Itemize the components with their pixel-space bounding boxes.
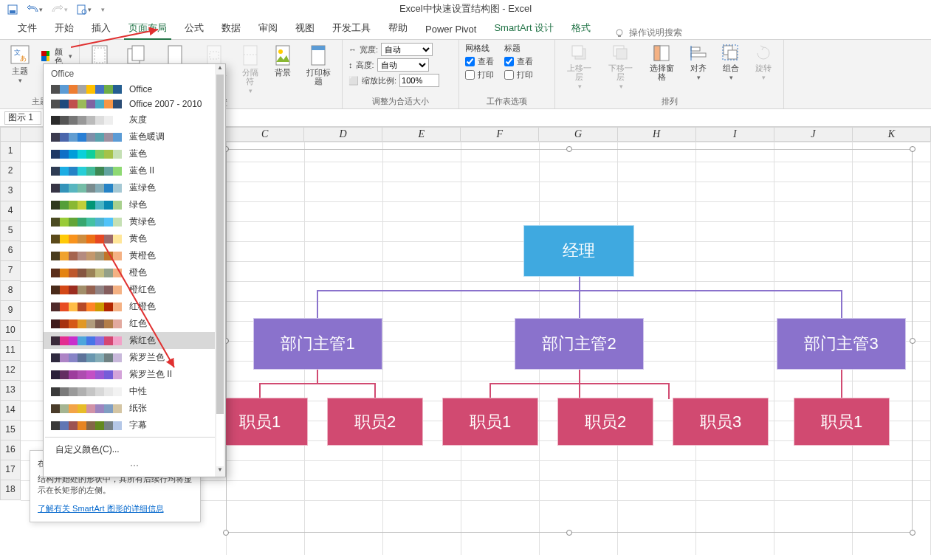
resize-handle[interactable]	[223, 530, 229, 536]
resize-handle[interactable]	[910, 146, 915, 152]
color-scheme-item[interactable]: 黄橙色	[44, 247, 225, 264]
send-backward-button[interactable]: 下移一层▾	[602, 43, 639, 91]
bring-forward-button[interactable]: 上移一层▾	[561, 43, 598, 91]
row-header[interactable]: 10	[0, 321, 21, 341]
color-scheme-item[interactable]: 黄色	[44, 230, 225, 247]
qat-undo[interactable]: ▾	[24, 3, 46, 16]
rotate-button[interactable]: 旋转▾	[749, 43, 777, 83]
org-node-staff[interactable]: 职员1	[442, 398, 538, 446]
col-header[interactable]: J	[774, 127, 853, 142]
tab-review[interactable]: 审阅	[250, 18, 286, 39]
row-header[interactable]: 5	[0, 221, 21, 241]
print-titles-button[interactable]: 打印标题	[301, 43, 336, 87]
col-header[interactable]: K	[853, 127, 931, 142]
color-scheme-item[interactable]: Office	[44, 82, 225, 97]
color-scheme-item[interactable]: 字幕	[44, 417, 225, 434]
qat-preview[interactable]: ▾	[74, 3, 95, 16]
row-header[interactable]: 4	[0, 201, 21, 221]
row-header[interactable]: 15	[0, 421, 21, 440]
color-scheme-item[interactable]: 紫罗兰色	[44, 349, 225, 366]
row-header[interactable]: 6	[0, 241, 21, 261]
tab-formulas[interactable]: 公式	[176, 18, 213, 39]
resize-handle[interactable]	[566, 146, 572, 152]
resize-handle[interactable]	[910, 530, 915, 536]
color-scheme-item[interactable]: 黄绿色	[44, 213, 225, 230]
org-node-supervisor-3[interactable]: 部门主管3	[777, 318, 906, 370]
row-header[interactable]: 9	[0, 301, 21, 321]
org-node-staff[interactable]: 职员3	[673, 398, 769, 446]
background-button[interactable]: 背景	[269, 43, 297, 78]
color-scheme-item[interactable]: Office 2007 - 2010	[44, 97, 225, 111]
select-all-corner[interactable]	[0, 127, 21, 142]
row-header[interactable]: 2	[0, 162, 21, 182]
org-node-staff[interactable]: 职员1	[794, 398, 890, 446]
row-header[interactable]: 7	[0, 261, 21, 281]
height-select[interactable]: 自动	[377, 58, 429, 72]
tab-file[interactable]: 文件	[9, 18, 46, 39]
tab-format[interactable]: 格式	[563, 18, 600, 39]
gridlines-print-check[interactable]: 打印	[465, 69, 494, 80]
org-node-manager[interactable]: 经理	[523, 225, 634, 277]
col-header[interactable]: C	[226, 127, 304, 142]
org-node-staff[interactable]: 职员1	[212, 398, 308, 446]
row-header[interactable]: 13	[0, 381, 21, 401]
width-select[interactable]: 自动	[381, 43, 433, 56]
row-header[interactable]: 18	[0, 480, 21, 500]
color-scheme-item[interactable]: 蓝色暖调	[44, 128, 225, 145]
breaks-button[interactable]: 分隔符▾	[236, 43, 264, 96]
custom-colors-item[interactable]: 自定义颜色(C)...	[44, 440, 225, 459]
align-button[interactable]: 对齐▾	[684, 43, 712, 83]
color-scheme-item[interactable]: 红橙色	[44, 298, 225, 315]
group-button[interactable]: 组合▾	[717, 43, 745, 83]
tab-help[interactable]: 帮助	[379, 18, 416, 39]
resize-handle[interactable]	[910, 338, 915, 344]
tab-home[interactable]: 开始	[46, 18, 83, 39]
org-node-supervisor-2[interactable]: 部门主管2	[515, 318, 644, 370]
color-scheme-item[interactable]: 灰度	[44, 111, 225, 128]
headings-view-check[interactable]: 查看	[504, 56, 533, 67]
col-header[interactable]: G	[539, 127, 617, 142]
color-scheme-item[interactable]: 橙色	[44, 264, 225, 281]
row-header[interactable]: 11	[0, 341, 21, 361]
tab-insert[interactable]: 插入	[83, 18, 120, 39]
tab-page-layout[interactable]: 页面布局	[120, 18, 176, 39]
tab-view[interactable]: 视图	[286, 18, 323, 39]
resize-handle[interactable]	[566, 530, 572, 536]
color-scheme-item[interactable]: 红色	[44, 315, 225, 332]
themes-button[interactable]: 文あ 主题▾	[6, 43, 34, 86]
row-header[interactable]: 17	[0, 460, 21, 480]
smartart-frame[interactable]: 经理 部门主管1 部门主管2 部门主管3 职员1 职员2 职员1 职员2 职员3…	[226, 149, 913, 533]
color-scheme-item[interactable]: 橙红色	[44, 281, 225, 298]
color-scheme-item[interactable]: 紫罗兰色 II	[44, 366, 225, 383]
tab-dev[interactable]: 开发工具	[323, 18, 379, 39]
selection-pane-button[interactable]: 选择窗格	[643, 43, 680, 83]
color-scheme-item[interactable]: 蓝色	[44, 145, 225, 162]
col-header[interactable]: H	[618, 127, 696, 142]
org-node-staff[interactable]: 职员2	[557, 398, 653, 446]
color-scheme-item[interactable]: 纸张	[44, 400, 225, 417]
dropdown-scrollbar[interactable]: ▲ ▼	[215, 64, 225, 477]
name-box[interactable]: 图示 1	[4, 111, 41, 125]
col-header[interactable]: I	[696, 127, 774, 142]
headings-print-check[interactable]: 打印	[504, 69, 533, 80]
zoom-input[interactable]	[399, 74, 439, 87]
row-header[interactable]: 3	[0, 182, 21, 201]
col-header[interactable]: F	[461, 127, 539, 142]
tab-data[interactable]: 数据	[213, 18, 250, 39]
org-node-staff[interactable]: 职员2	[327, 398, 423, 446]
gridlines-view-check[interactable]: 查看	[465, 56, 494, 67]
row-header[interactable]: 1	[0, 142, 21, 162]
row-header[interactable]: 12	[0, 361, 21, 381]
col-header[interactable]: E	[382, 127, 461, 142]
color-scheme-item[interactable]: 紫红色	[44, 332, 225, 349]
tell-me[interactable]: 操作说明搜索	[614, 27, 682, 39]
qat-customize[interactable]: ▾	[97, 4, 108, 15]
color-scheme-item[interactable]: 中性	[44, 383, 225, 400]
smartart-help-link[interactable]: 了解有关 SmartArt 图形的详细信息	[38, 504, 164, 513]
col-header[interactable]: D	[304, 127, 382, 142]
color-scheme-item[interactable]: 绿色	[44, 196, 225, 213]
qat-redo[interactable]: ▾	[49, 3, 71, 16]
tab-powerpivot[interactable]: Power Pivot	[416, 20, 485, 39]
row-header[interactable]: 14	[0, 401, 21, 421]
row-header[interactable]: 8	[0, 281, 21, 301]
